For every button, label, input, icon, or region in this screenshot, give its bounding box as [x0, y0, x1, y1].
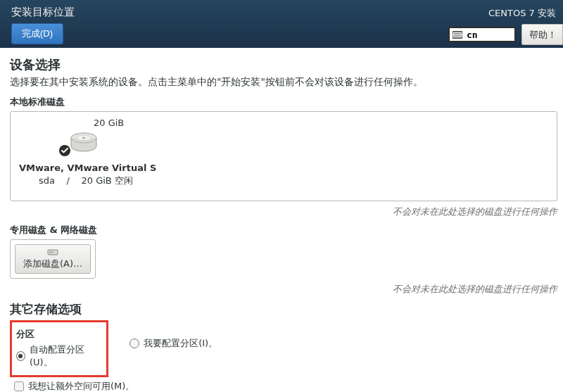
- keyboard-icon: [453, 30, 462, 39]
- disk-subinfo: sda / 20 GiB 空闲: [19, 175, 156, 187]
- installer-name-label: CENTOS 7 安装: [488, 7, 563, 20]
- specialized-disks-panel: 添加磁盘(A)…: [10, 239, 96, 279]
- radio-icon: [16, 351, 25, 361]
- svg-rect-9: [49, 251, 53, 253]
- svg-point-6: [83, 137, 85, 139]
- radio-icon: [129, 339, 139, 348]
- keyboard-layout-code: cn: [467, 30, 478, 40]
- local-disks-hint: 不会对未在此处选择的磁盘进行任何操作: [10, 206, 557, 218]
- reclaim-space-label: 我想让额外空间可用(M)。: [28, 380, 134, 392]
- main-content: 设备选择 选择要在其中安装系统的设备。点击主菜单中的"开始安装"按钮前不会对该设…: [0, 48, 563, 392]
- check-badge-icon: [58, 144, 71, 159]
- disk-device-id: sda: [39, 175, 55, 186]
- header-bar: 安装目标位置 完成(D) CENTOS 7 安装 cn 帮助！: [0, 0, 563, 48]
- keyboard-layout-indicator[interactable]: cn: [448, 27, 516, 42]
- other-storage-section: 其它存储选项 分区 自动配置分区(U)。 我要配置分区(I)。 我想让额外空间可…: [10, 301, 557, 392]
- disk-name-label: VMware, VMware Virtual S: [19, 163, 156, 173]
- language-help-row: cn 帮助！: [448, 24, 563, 45]
- add-disk-icon: [47, 248, 58, 256]
- disk-tile[interactable]: 20 GiB VM: [19, 118, 156, 187]
- other-storage-heading: 其它存储选项: [10, 301, 557, 317]
- help-button[interactable]: 帮助！: [521, 24, 563, 45]
- svg-rect-0: [453, 32, 462, 38]
- disk-icon-row: [19, 131, 156, 158]
- add-disk-button[interactable]: 添加磁盘(A)…: [15, 244, 91, 274]
- manual-partition-label: 我要配置分区(I)。: [144, 337, 217, 350]
- auto-partition-option[interactable]: 自动配置分区(U)。: [16, 343, 101, 369]
- reclaim-space-option[interactable]: 我想让额外空间可用(M)。: [14, 380, 557, 392]
- specialized-disks-heading: 专用磁盘 & 网络磁盘: [10, 224, 557, 236]
- header-right-group: CENTOS 7 安装 cn 帮助！: [448, 7, 563, 45]
- disk-capacity-label: 20 GiB: [19, 118, 156, 128]
- partitioning-heading: 分区: [16, 328, 101, 341]
- hard-disk-icon: [68, 131, 99, 158]
- checkbox-icon: [14, 381, 24, 391]
- manual-partition-option[interactable]: 我要配置分区(I)。: [129, 337, 217, 350]
- device-selection-heading: 设备选择: [10, 56, 557, 73]
- highlight-annotation: 分区 自动配置分区(U)。: [10, 320, 108, 377]
- auto-partition-label: 自动配置分区(U)。: [30, 343, 101, 369]
- specialized-disks-hint: 不会对未在此处选择的磁盘进行任何操作: [10, 283, 557, 296]
- disk-separator: /: [67, 175, 70, 186]
- device-selection-description: 选择要在其中安装系统的设备。点击主菜单中的"开始安装"按钮前不会对该设备进行任何…: [10, 76, 557, 89]
- add-disk-label: 添加磁盘(A)…: [23, 258, 82, 269]
- local-disks-panel: 20 GiB VM: [10, 111, 557, 201]
- done-button[interactable]: 完成(D): [11, 23, 63, 44]
- local-disks-heading: 本地标准磁盘: [10, 96, 557, 108]
- disk-free-space: 20 GiB 空闲: [81, 175, 132, 186]
- partitioning-block: 分区 自动配置分区(U)。 我要配置分区(I)。 我想让额外空间可用(M)。 加…: [10, 320, 557, 392]
